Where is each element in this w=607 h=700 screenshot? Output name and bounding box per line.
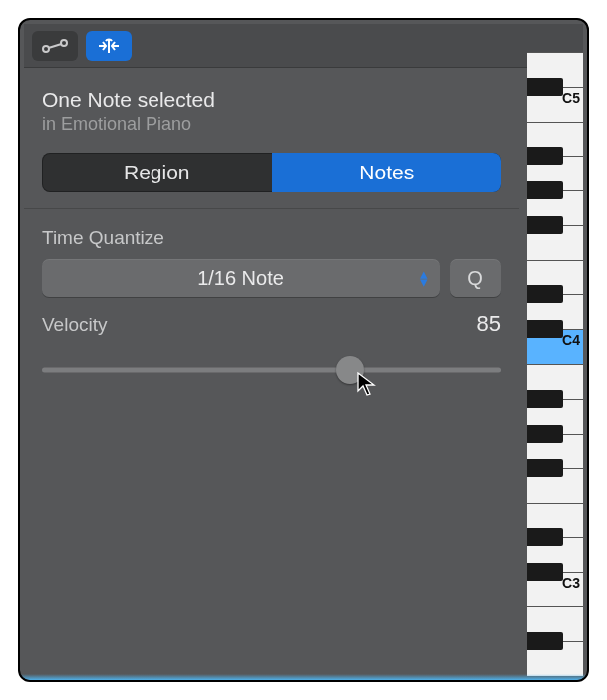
window-bottom-edge	[20, 674, 587, 680]
time-quantize-popup[interactable]: 1/16 Note ▴▾	[42, 259, 440, 297]
black-key[interactable]	[527, 459, 563, 477]
black-key[interactable]	[527, 528, 563, 546]
velocity-value: 85	[477, 311, 501, 337]
automation-icon	[41, 38, 69, 54]
slider-thumb[interactable]	[336, 356, 364, 384]
svg-point-0	[43, 46, 49, 52]
selection-title: One Note selected	[42, 88, 501, 112]
piano-keyboard[interactable]: C5C4C3	[527, 68, 583, 676]
flex-icon	[95, 37, 123, 55]
black-key[interactable]	[527, 216, 563, 234]
automation-toggle[interactable]	[32, 31, 78, 61]
tab-region[interactable]: Region	[42, 153, 272, 192]
piano-ruler: C5C4C3	[519, 68, 583, 676]
slider-track	[42, 368, 501, 373]
black-key[interactable]	[527, 147, 563, 165]
black-key[interactable]	[527, 425, 563, 443]
svg-point-1	[61, 40, 67, 46]
black-key[interactable]	[527, 78, 563, 96]
key-label: C4	[562, 332, 580, 348]
tab-notes[interactable]: Notes	[272, 153, 502, 192]
velocity-label: Velocity	[42, 314, 107, 336]
flex-toggle[interactable]	[86, 31, 132, 61]
quantize-button[interactable]: Q	[450, 259, 501, 297]
svg-line-2	[49, 44, 62, 48]
time-quantize-label: Time Quantize	[42, 227, 501, 249]
black-key[interactable]	[527, 632, 563, 650]
inspector-panel: One Note selected in Emotional Piano Reg…	[24, 68, 519, 676]
key-label: C5	[562, 90, 580, 106]
black-key[interactable]	[527, 390, 563, 408]
key-label: C3	[562, 575, 580, 591]
time-quantize-value: 1/16 Note	[197, 267, 284, 290]
black-key[interactable]	[527, 285, 563, 303]
black-key[interactable]	[527, 181, 563, 199]
toolbar	[24, 24, 583, 68]
divider	[24, 208, 519, 209]
black-key[interactable]	[527, 320, 563, 338]
inspector-tabs: Region Notes	[42, 153, 501, 192]
black-key[interactable]	[527, 563, 563, 581]
velocity-slider[interactable]	[42, 355, 501, 385]
updown-icon: ▴▾	[420, 270, 428, 286]
selection-subtitle: in Emotional Piano	[42, 114, 501, 135]
